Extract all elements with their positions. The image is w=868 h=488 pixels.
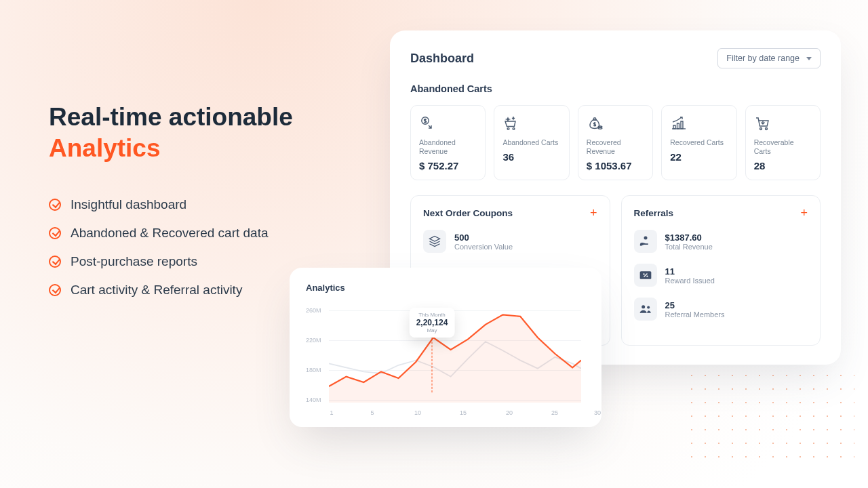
svg-point-10	[646, 276, 648, 277]
chevron-down-icon	[806, 57, 812, 60]
metric-value: 25	[665, 300, 725, 310]
x-tick: 20	[506, 409, 513, 416]
add-icon[interactable]: +	[590, 207, 597, 219]
coupon-percent-icon	[634, 264, 657, 287]
stat-value: 28	[754, 160, 812, 171]
stat-abandoned-carts[interactable]: Abandoned Carts 36	[494, 105, 569, 180]
x-tick: 10	[414, 409, 421, 416]
metric-label: Conversion Value	[454, 243, 513, 251]
stat-recovered-revenue[interactable]: Recovered Revenue $ 1053.67	[578, 105, 653, 180]
stat-value: 22	[670, 151, 728, 163]
stat-label: Recovered Carts	[670, 138, 728, 147]
check-icon	[49, 256, 61, 268]
x-tick: 5	[370, 409, 374, 416]
metric-row: 11 Reward Issued	[634, 264, 808, 287]
x-tick: 15	[460, 409, 467, 416]
metric-value: 11	[665, 266, 715, 277]
dollar-down-icon	[419, 115, 477, 133]
metric-label: Reward Issued	[665, 277, 715, 285]
headline-line1: Real-time actionable	[49, 103, 293, 131]
y-tick: 220M	[306, 337, 321, 344]
svg-point-4	[598, 127, 602, 129]
stat-label: Abandoned Revenue	[419, 138, 477, 156]
cart-sparkle-icon	[502, 115, 560, 133]
svg-point-2	[513, 128, 515, 130]
stat-card-row: Abandoned Revenue $ 752.27 Abandoned Car…	[410, 105, 821, 180]
svg-point-7	[644, 237, 647, 240]
tooltip-title: This Month	[416, 312, 448, 318]
check-icon	[49, 227, 61, 239]
decorative-dots	[685, 369, 854, 464]
svg-point-11	[642, 305, 645, 308]
check-icon	[49, 199, 61, 211]
stat-value: 36	[502, 151, 560, 163]
feature-item: Insightful dashboard	[49, 197, 340, 212]
feature-item: Abandoned & Recovered cart data	[49, 226, 340, 241]
section-heading-abandoned: Abandoned Carts	[410, 83, 821, 94]
svg-point-1	[508, 128, 510, 130]
check-icon	[49, 284, 61, 296]
feature-label: Abandoned & Recovered cart data	[71, 226, 269, 241]
panel-referrals: Referrals + $1387.60 Total Revenue 11 Re…	[621, 195, 821, 346]
svg-point-9	[643, 273, 644, 274]
dashboard-header: Dashboard Filter by date range	[410, 48, 821, 68]
analytics-chart[interactable]: 260M 220M 180M 140M This Month 2,20,124 …	[306, 301, 585, 416]
stat-label: Recoverable Carts	[754, 138, 812, 156]
svg-point-12	[647, 306, 650, 309]
panel-title: Next Order Coupons	[423, 208, 513, 218]
analytics-title: Analytics	[306, 283, 585, 293]
stat-recovered-carts[interactable]: Recovered Carts 22	[661, 105, 736, 180]
metric-row: 25 Referral Members	[634, 298, 808, 321]
tooltip-sub: May	[416, 327, 448, 333]
metric-value: $1387.60	[665, 232, 713, 243]
cart-icon	[754, 115, 812, 133]
stat-label: Abandoned Carts	[502, 138, 560, 147]
chart-svg	[329, 305, 581, 403]
money-bag-icon	[587, 115, 644, 133]
layers-icon	[423, 230, 446, 253]
feature-label: Insightful dashboard	[71, 197, 186, 212]
feature-item: Post-purchase reports	[49, 254, 340, 269]
metric-row: $1387.60 Total Revenue	[634, 230, 808, 253]
tooltip-value: 2,20,124	[416, 318, 448, 327]
stat-abandoned-revenue[interactable]: Abandoned Revenue $ 752.27	[410, 105, 486, 180]
y-tick: 260M	[306, 307, 321, 314]
headline: Real-time actionable Analytics	[49, 102, 340, 165]
analytics-card: Analytics 260M 220M 180M 140M This Month…	[290, 268, 601, 427]
x-tick: 30	[594, 409, 601, 416]
chart-highlight-line	[432, 335, 433, 392]
stat-value: $ 752.27	[419, 160, 477, 171]
filter-label: Filter by date range	[726, 54, 800, 63]
metric-row: 500 Conversion Value	[423, 230, 597, 253]
chart-tooltip: This Month 2,20,124 May	[410, 308, 455, 338]
metric-value: 500	[454, 232, 513, 243]
svg-point-6	[765, 128, 767, 130]
growth-bar-icon	[670, 115, 728, 133]
headline-line2: Analytics	[49, 133, 340, 164]
y-tick: 180M	[306, 367, 321, 373]
y-tick: 140M	[306, 396, 321, 403]
x-tick: 25	[551, 409, 558, 416]
feature-label: Post-purchase reports	[71, 254, 197, 269]
x-tick: 1	[330, 409, 333, 416]
metric-label: Referral Members	[665, 310, 725, 319]
stat-recoverable-carts[interactable]: Recoverable Carts 28	[745, 105, 821, 180]
add-icon[interactable]: +	[800, 207, 808, 219]
panel-title: Referrals	[634, 208, 674, 218]
feature-label: Cart activity & Referral activity	[71, 283, 242, 298]
stat-value: $ 1053.67	[587, 160, 644, 171]
members-icon	[634, 298, 657, 321]
date-range-filter[interactable]: Filter by date range	[717, 48, 821, 68]
metric-label: Total Revenue	[665, 243, 713, 251]
dashboard-title: Dashboard	[410, 52, 474, 66]
hand-coin-icon	[634, 230, 657, 253]
svg-point-5	[760, 128, 762, 130]
stat-label: Recovered Revenue	[587, 138, 644, 156]
